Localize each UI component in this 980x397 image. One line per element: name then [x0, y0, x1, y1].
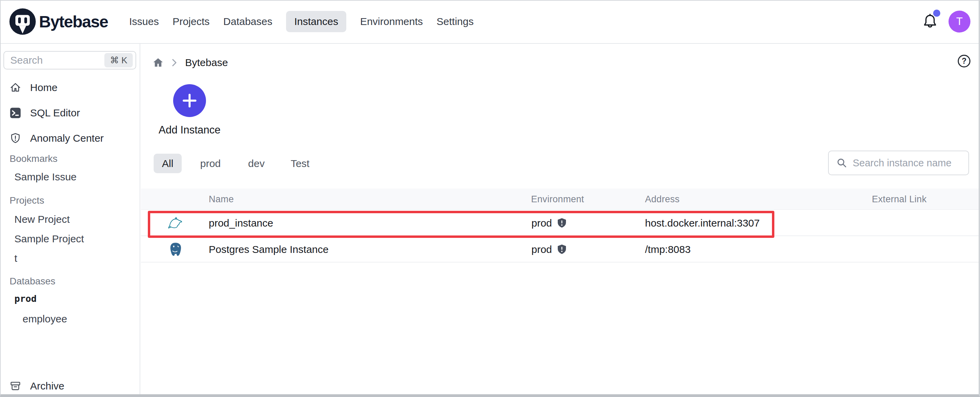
bytebase-logo-icon [8, 7, 37, 36]
notification-dot [933, 10, 940, 17]
nav-item-environments[interactable]: Environments [360, 11, 423, 32]
instance-search-input[interactable] [847, 158, 968, 169]
column-header-external-link: External Link [872, 188, 927, 210]
avatar[interactable]: T [948, 11, 970, 32]
instance-search-box[interactable] [828, 151, 969, 175]
mysql-engine-icon [168, 210, 183, 236]
search-input[interactable] [4, 54, 104, 66]
environment-label: prod [531, 244, 552, 255]
brand-wordmark: Bytebase [39, 12, 108, 31]
chevron-right-icon [172, 58, 178, 67]
navbar-right-cluster: T [922, 11, 980, 32]
sidebar-project-sample-project[interactable]: Sample Project [14, 233, 84, 245]
brand-logo[interactable]: Bytebase [8, 7, 108, 36]
nav-item-projects[interactable]: Projects [172, 11, 209, 32]
notifications-button[interactable] [922, 13, 938, 30]
home-icon [10, 82, 21, 93]
add-instance-label: Add Instance [156, 124, 223, 136]
instance-environment: prod [531, 236, 567, 263]
sidebar-item-sql-editor[interactable]: SQL Editor [0, 105, 140, 121]
instance-name[interactable]: Postgres Sample Instance [209, 236, 328, 263]
sidebar-item-home[interactable]: Home [0, 80, 140, 96]
sidebar-database-prod[interactable]: prod [14, 293, 37, 304]
table-header-row: Name Environment Address External Link [141, 188, 980, 210]
sidebar-project-t[interactable]: t [14, 253, 17, 264]
bytebase-app-window: Bytebase Issues Projects Databases Insta… [0, 0, 980, 397]
tab-all[interactable]: All [154, 154, 182, 173]
column-header-name: Name [209, 188, 234, 210]
main-content: Bytebase ? Add Instance All prod dev Tes… [141, 44, 980, 394]
breadcrumb-current[interactable]: Bytebase [185, 57, 228, 69]
shield-protected-icon [557, 244, 567, 255]
sidebar-section-bookmarks: Bookmarks [10, 153, 57, 164]
sidebar-item-label: Home [30, 82, 57, 93]
sidebar-item-archive[interactable]: Archive [0, 378, 140, 394]
add-instance-button[interactable] [173, 84, 206, 117]
breadcrumb-home-icon[interactable] [152, 57, 164, 69]
tab-test[interactable]: Test [291, 158, 309, 169]
sidebar-bookmark-sample-issue[interactable]: Sample Issue [14, 171, 76, 183]
archive-icon [10, 380, 21, 392]
sidebar-project-new-project[interactable]: New Project [14, 214, 70, 225]
sidebar-section-projects: Projects [10, 195, 44, 206]
sidebar: ⌘ K Home SQL Editor Anomaly Center [0, 44, 140, 394]
keyboard-shortcut-badge: ⌘ K [104, 53, 133, 67]
anomaly-shield-icon [10, 132, 21, 144]
sidebar-item-label: Archive [30, 380, 64, 392]
nav-item-settings[interactable]: Settings [437, 11, 474, 32]
sql-editor-icon [10, 107, 21, 119]
help-icon[interactable]: ? [958, 55, 970, 67]
instance-name[interactable]: prod_instance [209, 210, 273, 236]
environment-label: prod [531, 217, 552, 229]
column-header-address: Address [645, 188, 679, 210]
tab-prod[interactable]: prod [200, 158, 221, 169]
sidebar-item-label: Anomaly Center [30, 132, 104, 144]
nav-item-databases[interactable]: Databases [223, 11, 272, 32]
sidebar-section-databases: Databases [10, 276, 56, 287]
sidebar-search-box[interactable]: ⌘ K [3, 51, 136, 70]
instance-address: /tmp:8083 [645, 236, 690, 263]
sidebar-item-anomaly-center[interactable]: Anomaly Center [0, 130, 140, 147]
sidebar-item-label: SQL Editor [30, 107, 80, 119]
table-row-postgres-sample-instance[interactable]: Postgres Sample Instance prod /tmp:8083 [141, 236, 980, 263]
instance-environment: prod [531, 210, 567, 236]
instance-address: host.docker.internal:3307 [645, 210, 760, 236]
shield-protected-icon [557, 218, 567, 229]
nav-item-issues[interactable]: Issues [129, 11, 159, 32]
tab-dev[interactable]: dev [248, 158, 264, 169]
nav-item-instances[interactable]: Instances [286, 11, 346, 32]
column-header-environment: Environment [531, 188, 584, 210]
sidebar-database-employee[interactable]: employee [22, 313, 67, 325]
environment-tabs: All prod dev Test [154, 154, 309, 173]
breadcrumb: Bytebase [152, 57, 228, 69]
top-navigation: Issues Projects Databases Instances Envi… [129, 11, 474, 32]
instances-table: Name Environment Address External Link p… [141, 188, 980, 263]
top-navbar: Bytebase Issues Projects Databases Insta… [0, 0, 980, 44]
table-row-prod-instance[interactable]: prod_instance prod host.docker.internal:… [141, 210, 980, 236]
postgres-engine-icon [168, 236, 183, 263]
search-icon [836, 158, 847, 168]
